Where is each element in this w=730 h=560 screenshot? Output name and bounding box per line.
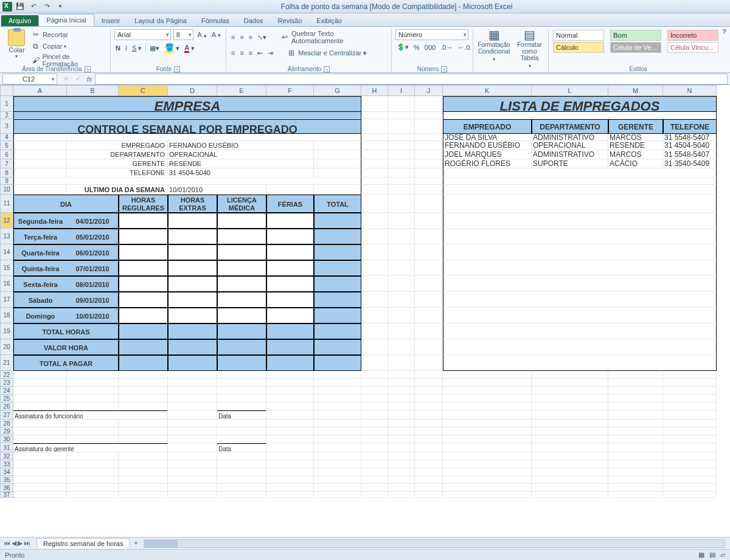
row-header-13[interactable]: 13 xyxy=(0,229,13,244)
font-color-button[interactable]: A▾ xyxy=(183,43,196,54)
row-header-14[interactable]: 14 xyxy=(0,244,13,260)
row-header-32[interactable]: 32 xyxy=(0,452,13,460)
column-header-G[interactable]: G xyxy=(314,85,361,96)
style-bom[interactable]: Bom xyxy=(610,30,661,41)
save-icon[interactable]: 💾 xyxy=(15,1,26,12)
row-header-25[interactable]: 25 xyxy=(0,395,13,403)
font-name-select[interactable]: Arial xyxy=(114,29,171,40)
column-header-C[interactable]: C xyxy=(119,85,168,96)
empresa-title[interactable]: EMPRESA xyxy=(13,96,361,112)
number-format-select[interactable]: Número xyxy=(395,29,468,40)
decrease-decimal-button[interactable]: ←.0 xyxy=(456,43,471,52)
style-vinculada[interactable]: Célula Vincu... xyxy=(667,42,718,53)
tab-file[interactable]: Arquivo xyxy=(1,15,38,26)
comma-format-button[interactable]: 000 xyxy=(423,43,437,52)
tab-data[interactable]: Dados xyxy=(237,15,271,26)
increase-indent-button[interactable]: ⇥ xyxy=(266,49,274,58)
font-size-select[interactable]: 8 xyxy=(173,29,193,40)
fill-color-button[interactable]: 🪣▾ xyxy=(163,43,181,54)
row-header-5[interactable]: 5 xyxy=(0,141,13,150)
redo-icon[interactable]: ↷ xyxy=(41,1,52,12)
paste-button[interactable]: Colar ▾ xyxy=(6,29,27,68)
fx-icon[interactable]: fx xyxy=(84,75,95,83)
row-header-4[interactable]: 4 xyxy=(0,134,13,141)
qat-dropdown-icon[interactable]: ▼ xyxy=(55,1,66,12)
row-header-16[interactable]: 16 xyxy=(0,276,13,292)
style-celula-ve[interactable]: Célula de Ve... xyxy=(610,42,661,53)
row-header-26[interactable]: 26 xyxy=(0,403,13,410)
row-header-27[interactable]: 27 xyxy=(0,410,13,420)
tab-layout[interactable]: Layout da Página xyxy=(127,15,194,26)
row-header-31[interactable]: 31 xyxy=(0,443,13,452)
tab-review[interactable]: Revisão xyxy=(271,15,310,26)
row-header-18[interactable]: 18 xyxy=(0,308,13,323)
sheet-tab-active[interactable]: Registro semanal de horas xyxy=(36,538,130,548)
row-header-20[interactable]: 20 xyxy=(0,339,13,355)
new-sheet-icon[interactable]: ✦ xyxy=(133,539,139,547)
shrink-font-button[interactable]: A▾ xyxy=(210,30,222,39)
column-header-B[interactable]: B xyxy=(67,85,119,96)
accounting-format-button[interactable]: 💲▾ xyxy=(395,43,410,52)
row-header-9[interactable]: 9 xyxy=(0,178,13,185)
row-header-24[interactable]: 24 xyxy=(0,387,13,395)
tab-view[interactable]: Exibição xyxy=(309,15,349,26)
row-header-11[interactable]: 11 xyxy=(0,195,13,213)
view-pagebreak-icon[interactable]: ▱ xyxy=(720,551,725,559)
align-right-button[interactable]: ≡ xyxy=(248,49,254,57)
lista-empregados-title[interactable]: LISTA DE EMPREGADOS xyxy=(443,96,717,112)
format-as-table-button[interactable]: ▤ Formatar como Tabela▾ xyxy=(515,29,544,69)
underline-button[interactable]: S▾ xyxy=(131,44,143,53)
sheet-nav-next-icon[interactable]: ▶ xyxy=(18,539,23,547)
merge-center-button[interactable]: ⊞Mesclar e Centralizar▾ xyxy=(285,47,368,58)
tab-formulas[interactable]: Fórmulas xyxy=(194,15,237,26)
dialog-launcher-icon[interactable]: ↘ xyxy=(174,66,180,72)
column-header-E[interactable]: E xyxy=(217,85,266,96)
row-header-21[interactable]: 21 xyxy=(0,355,13,371)
align-center-button[interactable]: ≡ xyxy=(238,49,245,57)
decrease-indent-button[interactable]: ⇤ xyxy=(256,49,264,58)
orientation-button[interactable]: ⤡▾ xyxy=(256,33,268,42)
formula-input[interactable] xyxy=(95,74,728,85)
row-header-10[interactable]: 10 xyxy=(0,185,13,195)
column-header-L[interactable]: L xyxy=(532,85,608,96)
align-left-button[interactable]: ≡ xyxy=(230,49,236,57)
column-header-M[interactable]: M xyxy=(608,85,663,96)
sheet-nav-last-icon[interactable]: ⏭ xyxy=(24,539,30,547)
selected-cell[interactable] xyxy=(119,213,168,229)
row-header-22[interactable]: 22 xyxy=(0,371,13,379)
column-header-D[interactable]: D xyxy=(168,85,217,96)
undo-icon[interactable]: ↶ xyxy=(28,1,39,12)
row-header-1[interactable]: 1 xyxy=(0,96,13,112)
row-header-23[interactable]: 23 xyxy=(0,379,13,387)
controle-title[interactable]: CONTROLE SEMANAL POR EMPREGADO xyxy=(13,119,361,134)
tab-home[interactable]: Página Inicial xyxy=(38,14,94,26)
bold-button[interactable]: N xyxy=(114,44,122,52)
row-header-35[interactable]: 35 xyxy=(0,476,13,484)
row-header-6[interactable]: 6 xyxy=(0,150,13,159)
row-header-34[interactable]: 34 xyxy=(0,468,13,476)
row-header-33[interactable]: 33 xyxy=(0,460,13,468)
row-header-29[interactable]: 29 xyxy=(0,427,13,435)
horizontal-scrollbar[interactable] xyxy=(144,539,725,548)
row-header-2[interactable]: 2 xyxy=(0,112,13,119)
column-header-K[interactable]: K xyxy=(443,85,532,96)
column-header-F[interactable]: F xyxy=(266,85,314,96)
conditional-formatting-button[interactable]: ▦ Formatação Condicional▾ xyxy=(477,29,511,69)
grow-font-button[interactable]: A▴ xyxy=(196,30,207,39)
column-header-J[interactable]: J xyxy=(415,85,443,96)
align-middle-button[interactable]: ≡ xyxy=(238,33,245,41)
dialog-launcher-icon[interactable]: ↘ xyxy=(324,66,330,72)
borders-button[interactable]: ▦▾ xyxy=(148,44,161,53)
wrap-text-button[interactable]: ↩Quebrar Texto Automaticamente xyxy=(279,29,388,45)
align-top-button[interactable]: ≡ xyxy=(230,33,236,41)
column-header-A[interactable]: A xyxy=(13,85,67,96)
sheet-nav-first-icon[interactable]: ⏮ xyxy=(4,539,10,547)
row-header-15[interactable]: 15 xyxy=(0,260,13,276)
column-header-I[interactable]: I xyxy=(388,85,415,96)
row-header-12[interactable]: 12 xyxy=(0,213,13,229)
style-calculo[interactable]: Cálculo xyxy=(553,42,604,53)
align-bottom-button[interactable]: ≡ xyxy=(248,33,254,41)
column-header-N[interactable]: N xyxy=(663,85,717,96)
style-incorreto[interactable]: Incorreto xyxy=(667,30,718,41)
sheet-nav-prev-icon[interactable]: ◀ xyxy=(12,539,16,547)
